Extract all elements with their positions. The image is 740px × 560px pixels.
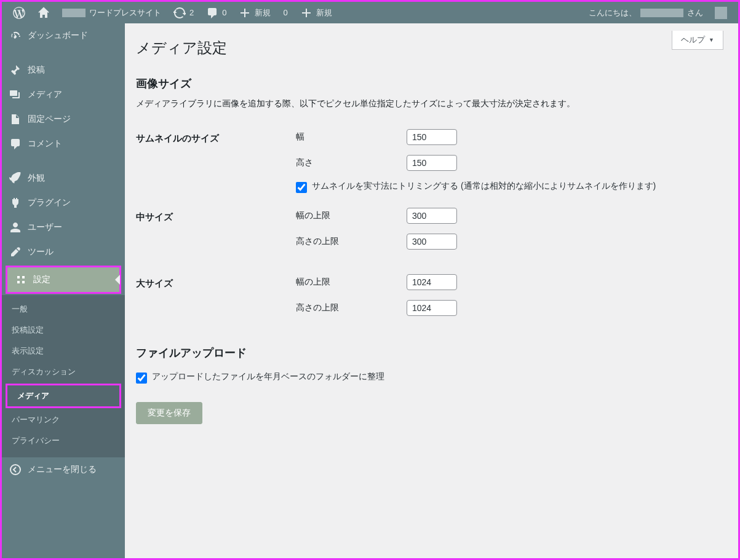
large-maxh-input[interactable] bbox=[407, 300, 457, 316]
collapse-icon bbox=[9, 463, 22, 476]
image-size-description: メディアライブラリに画像を追加する際、以下でピクセル単位指定したサイズによって最… bbox=[136, 98, 723, 109]
dashboard-icon bbox=[9, 30, 22, 42]
home-icon bbox=[38, 7, 50, 19]
submenu-writing[interactable]: 投稿設定 bbox=[2, 320, 125, 341]
media-icon bbox=[9, 89, 22, 101]
menu-label: 設定 bbox=[33, 274, 50, 285]
extra-count: 0 bbox=[283, 8, 287, 17]
new-link[interactable]: 新規 bbox=[233, 2, 277, 23]
large-size-label: 大サイズ bbox=[136, 267, 296, 333]
submenu-discussion[interactable]: ディスカッション bbox=[2, 361, 125, 382]
section-file-upload: ファイルアップロード bbox=[136, 345, 723, 360]
menu-label: ユーザー bbox=[28, 222, 62, 233]
menu-plugins[interactable]: プラグイン bbox=[2, 191, 125, 215]
form-table: サムネイルのサイズ 幅 高さ サムネイルを実寸法にトリミングする (通常は相対的… bbox=[136, 122, 723, 333]
menu-comments[interactable]: コメント bbox=[2, 132, 125, 156]
comments-link[interactable]: 0 bbox=[200, 2, 233, 23]
site-icon-placeholder bbox=[62, 9, 86, 17]
menu-label: ツール bbox=[28, 246, 54, 258]
upload-organize-checkbox[interactable] bbox=[136, 373, 147, 384]
menu-appearance[interactable]: 外観 bbox=[2, 166, 125, 191]
help-tab[interactable]: ヘルプ bbox=[672, 31, 723, 50]
comment-icon bbox=[9, 138, 22, 150]
menu-media[interactable]: メディア bbox=[2, 82, 125, 107]
submenu-general[interactable]: 一般 bbox=[2, 299, 125, 320]
menu-label: コメント bbox=[28, 138, 62, 149]
new-label-2: 新規 bbox=[316, 7, 332, 18]
medium-maxh-label: 高さの上限 bbox=[296, 236, 394, 247]
save-button[interactable]: 変更を保存 bbox=[136, 402, 202, 424]
admin-menu: ダッシュボード 投稿 メディア 固定ページ コメント 外観 プラグイン ユーザー… bbox=[2, 23, 125, 558]
submenu-reading[interactable]: 表示設定 bbox=[2, 341, 125, 361]
large-maxh-label: 高さの上限 bbox=[296, 302, 394, 314]
menu-pages[interactable]: 固定ページ bbox=[2, 107, 125, 132]
brush-icon bbox=[9, 172, 22, 184]
menu-settings[interactable]: 設定 bbox=[7, 267, 119, 292]
menu-label: メディア bbox=[28, 89, 62, 100]
menu-tools[interactable]: ツール bbox=[2, 240, 125, 264]
wrench-icon bbox=[9, 246, 22, 258]
menu-users[interactable]: ユーザー bbox=[2, 215, 125, 240]
page-icon bbox=[9, 113, 22, 125]
thumb-size-label: サムネイルのサイズ bbox=[136, 122, 296, 200]
menu-posts[interactable]: 投稿 bbox=[2, 58, 125, 82]
thumb-width-label: 幅 bbox=[296, 132, 394, 143]
home-link[interactable] bbox=[31, 2, 56, 23]
pin-icon bbox=[9, 64, 22, 76]
menu-dashboard[interactable]: ダッシュボード bbox=[2, 23, 125, 48]
current-indicator bbox=[115, 275, 120, 285]
admin-bar: ワードプレスサイト 2 0 新規 0 新規 こんにちは、さん bbox=[2, 2, 738, 23]
menu-label: 外観 bbox=[28, 173, 45, 184]
menu-label: 投稿 bbox=[28, 65, 45, 76]
large-maxw-label: 幅の上限 bbox=[296, 277, 394, 288]
updates-count: 2 bbox=[189, 8, 194, 17]
svg-point-0 bbox=[10, 465, 20, 475]
greeting-suffix: さん bbox=[687, 7, 703, 18]
help-label: ヘルプ bbox=[681, 34, 705, 45]
new-label: 新規 bbox=[255, 7, 271, 18]
upload-organize-label: アップロードしたファイルを年月ベースのフォルダーに整理 bbox=[152, 371, 384, 382]
medium-maxh-input[interactable] bbox=[407, 234, 457, 250]
plus-icon bbox=[300, 7, 312, 19]
extra-counter[interactable]: 0 bbox=[277, 2, 293, 23]
highlight-box-media: メディア bbox=[6, 384, 121, 408]
comments-count: 0 bbox=[222, 8, 226, 17]
settings-icon bbox=[15, 274, 27, 286]
thumb-crop-label: サムネイルを実寸法にトリミングする (通常は相対的な縮小によりサムネイルを作りま… bbox=[312, 181, 656, 192]
thumb-width-input[interactable] bbox=[407, 129, 457, 145]
plugin-icon bbox=[9, 197, 22, 209]
thumb-height-label: 高さ bbox=[296, 157, 394, 168]
site-name-text: ワードプレスサイト bbox=[89, 7, 161, 18]
submenu-media[interactable]: メディア bbox=[7, 385, 119, 406]
thumb-crop-checkbox[interactable] bbox=[296, 182, 307, 193]
submenu-privacy[interactable]: プライバシー bbox=[2, 430, 125, 451]
content-area: ヘルプ メディア設定 画像サイズ メディアライブラリに画像を追加する際、以下でピ… bbox=[125, 23, 738, 558]
page-title: メディア設定 bbox=[136, 31, 723, 64]
wp-logo[interactable] bbox=[7, 2, 31, 23]
menu-label: ダッシュボード bbox=[28, 30, 88, 41]
medium-maxw-input[interactable] bbox=[407, 208, 457, 224]
thumb-height-input[interactable] bbox=[407, 155, 457, 171]
wordpress-icon bbox=[13, 7, 25, 19]
submenu-permalink[interactable]: パーマリンク bbox=[2, 409, 125, 430]
medium-size-label: 中サイズ bbox=[136, 200, 296, 267]
user-icon bbox=[9, 221, 22, 234]
plus-icon bbox=[239, 7, 251, 19]
large-maxw-input[interactable] bbox=[407, 274, 457, 290]
menu-label: プラグイン bbox=[28, 197, 71, 208]
medium-maxw-label: 幅の上限 bbox=[296, 210, 394, 221]
username-placeholder bbox=[640, 9, 683, 17]
menu-label: 固定ページ bbox=[28, 114, 71, 125]
new-link-2[interactable]: 新規 bbox=[294, 2, 338, 23]
menu-collapse[interactable]: メニューを閉じる bbox=[2, 457, 125, 482]
highlight-box-settings: 設定 bbox=[6, 266, 121, 294]
site-name[interactable]: ワードプレスサイト bbox=[56, 2, 167, 23]
avatar bbox=[715, 7, 727, 19]
updates-link[interactable]: 2 bbox=[167, 2, 200, 23]
greeting-text: こんにちは、 bbox=[589, 7, 637, 18]
account-link[interactable]: こんにちは、さん bbox=[583, 2, 733, 23]
menu-label: メニューを閉じる bbox=[28, 464, 97, 475]
settings-submenu: 一般 投稿設定 表示設定 ディスカッション メディア パーマリンク プライバシー bbox=[2, 295, 125, 457]
section-image-sizes: 画像サイズ bbox=[136, 76, 723, 91]
update-icon bbox=[173, 7, 186, 19]
